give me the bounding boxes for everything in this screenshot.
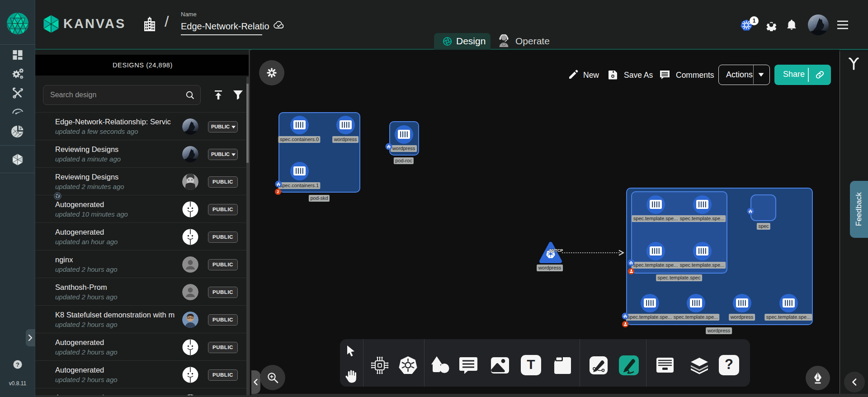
svg-text:?: ? [16, 361, 19, 368]
